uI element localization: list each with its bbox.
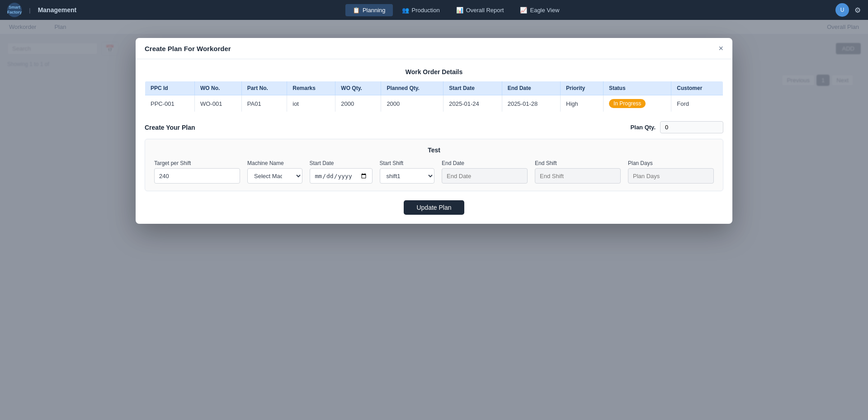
plan-fields: Target per Shift Machine Name Select Mac…	[154, 160, 714, 184]
start-shift-select[interactable]: shift1 shift2 shift3	[380, 168, 435, 184]
machine-select-wrapper: Select Machine	[247, 168, 302, 184]
update-btn-row: Update Plan	[145, 200, 723, 215]
machine-name-field: Machine Name Select Machine	[247, 160, 302, 184]
plan-qty-input[interactable]	[660, 121, 723, 133]
nav-planning[interactable]: 📋 Planning	[345, 4, 393, 16]
brand: Smart Factory | Management	[7, 3, 76, 17]
target-per-shift-input[interactable]	[154, 168, 240, 184]
update-plan-button[interactable]: Update Plan	[404, 200, 464, 215]
target-per-shift-field: Target per Shift	[154, 160, 240, 184]
start-date-input[interactable]	[310, 168, 373, 184]
cell-priority: High	[561, 95, 604, 112]
brand-logo: Smart Factory	[7, 3, 22, 17]
col-end-date: End Date	[502, 81, 560, 95]
nav-right: U ⚙	[835, 3, 861, 17]
plan-days-input	[628, 168, 714, 184]
production-icon: 👥	[402, 7, 409, 14]
col-status: Status	[603, 81, 671, 95]
settings-icon[interactable]: ⚙	[854, 6, 861, 14]
modal-dialog: Create Plan For Workorder × Work Order D…	[136, 38, 732, 224]
nav-production[interactable]: 👥 Production	[395, 4, 447, 16]
cell-end-date: 2025-01-28	[502, 95, 560, 112]
plan-card-title: Test	[154, 146, 714, 154]
cell-status: In Progress	[603, 95, 671, 112]
create-plan-title: Create Your Plan	[145, 124, 195, 131]
cell-customer: Ford	[671, 95, 723, 112]
col-priority: Priority	[561, 81, 604, 95]
col-ppc-id: PPC Id	[145, 81, 195, 95]
table-row: PPC-001 WO-001 PA01 iot 2000 2000 2025-0…	[145, 95, 723, 112]
status-badge: In Progress	[609, 99, 646, 108]
cell-wo-qty: 2000	[335, 95, 381, 112]
plan-days-label: Plan Days	[628, 160, 714, 166]
machine-name-label: Machine Name	[247, 160, 302, 166]
nav-separator: |	[29, 7, 31, 14]
col-start-date: Start Date	[443, 81, 502, 95]
cell-wo-no: WO-001	[194, 95, 241, 112]
table-header-row: PPC Id WO No. Part No. Remarks WO Qty. P…	[145, 81, 723, 95]
machine-name-select[interactable]: Select Machine	[247, 168, 302, 184]
create-plan-header: Create Your Plan Plan Qty.	[145, 121, 723, 133]
col-remarks: Remarks	[287, 81, 335, 95]
plan-qty-label: Plan Qty.	[631, 124, 656, 131]
user-avatar[interactable]: U	[835, 3, 849, 17]
plan-qty-row: Plan Qty.	[631, 121, 723, 133]
col-planned-qty: Planned Qty.	[381, 81, 443, 95]
planning-icon: 📋	[353, 7, 360, 14]
cell-part-no: PA01	[241, 95, 287, 112]
modal-title: Create Plan For Workorder	[145, 45, 231, 52]
end-shift-input	[535, 168, 621, 184]
nav-eagle-view[interactable]: 📈 Eagle View	[513, 4, 566, 16]
plan-days-field: Plan Days	[628, 160, 714, 184]
start-date-label: Start Date	[310, 160, 373, 166]
cell-planned-qty: 2000	[381, 95, 443, 112]
work-order-section-title: Work Order Details	[145, 68, 723, 76]
modal-body: Work Order Details PPC Id WO No. Part No…	[136, 59, 732, 224]
plan-card: Test Target per Shift Machine Name Selec…	[145, 139, 723, 191]
end-date-field: End Date	[442, 160, 528, 184]
nav-center: 📋 Planning 👥 Production 📊 Overall Report…	[76, 4, 835, 16]
end-date-label: End Date	[442, 160, 528, 166]
app-title: Management	[38, 6, 77, 14]
start-shift-field: Start Shift shift1 shift2 shift3	[380, 160, 435, 184]
end-shift-label: End Shift	[535, 160, 621, 166]
col-wo-qty: WO Qty.	[335, 81, 381, 95]
cell-remarks: iot	[287, 95, 335, 112]
cell-ppc-id: PPC-001	[145, 95, 195, 112]
modal-close-button[interactable]: ×	[718, 44, 723, 52]
end-shift-field: End Shift	[535, 160, 621, 184]
col-customer: Customer	[671, 81, 723, 95]
overall-report-icon: 📊	[456, 7, 463, 14]
modal-overlay[interactable]: Create Plan For Workorder × Work Order D…	[0, 20, 868, 420]
target-per-shift-label: Target per Shift	[154, 160, 240, 166]
modal-header: Create Plan For Workorder ×	[136, 38, 732, 59]
top-navigation: Smart Factory | Management 📋 Planning 👥 …	[0, 0, 868, 20]
eagle-view-icon: 📈	[520, 7, 527, 14]
start-shift-label: Start Shift	[380, 160, 435, 166]
work-order-table: PPC Id WO No. Part No. Remarks WO Qty. P…	[145, 81, 723, 112]
end-date-input	[442, 168, 528, 184]
cell-start-date: 2025-01-24	[443, 95, 502, 112]
col-part-no: Part No.	[241, 81, 287, 95]
start-date-field: Start Date	[310, 160, 373, 184]
col-wo-no: WO No.	[194, 81, 241, 95]
nav-overall-report[interactable]: 📊 Overall Report	[449, 4, 511, 16]
